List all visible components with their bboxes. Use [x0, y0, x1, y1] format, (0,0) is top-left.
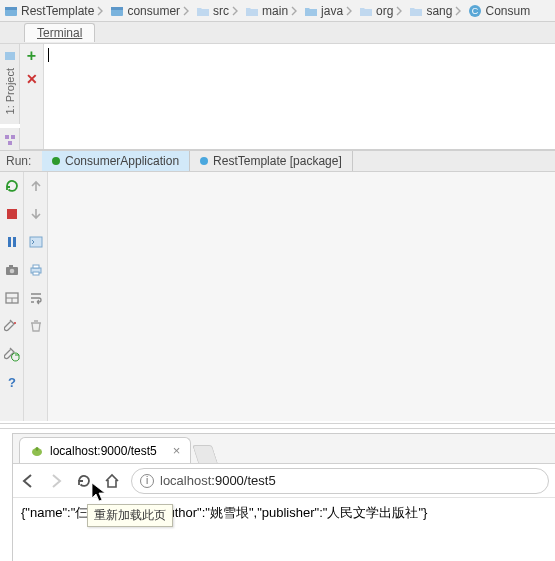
terminal-add-button[interactable]: + — [27, 48, 36, 64]
run-label: Run: — [0, 154, 42, 168]
svg-rect-9 — [8, 141, 12, 145]
module-icon — [110, 4, 124, 18]
crumb-resttemplate[interactable]: RestTemplate — [2, 4, 108, 18]
svg-rect-24 — [33, 272, 39, 275]
chevron-right-icon — [96, 6, 104, 16]
module-icon — [4, 4, 18, 18]
folder-icon — [245, 4, 259, 18]
svg-rect-11 — [8, 237, 11, 247]
folder-icon — [409, 4, 423, 18]
svg-rect-23 — [33, 265, 39, 268]
run-output[interactable] — [48, 172, 555, 421]
chevron-right-icon — [290, 6, 298, 16]
pause-button[interactable] — [4, 234, 20, 250]
folder-icon — [304, 4, 318, 18]
crumb-class[interactable]: C Consum — [466, 4, 532, 18]
site-info-icon[interactable]: i — [140, 474, 154, 488]
svg-rect-7 — [5, 135, 9, 139]
svg-rect-21 — [30, 237, 42, 247]
svg-point-19 — [14, 322, 16, 324]
svg-rect-12 — [13, 237, 16, 247]
restart-run-icon[interactable] — [4, 346, 20, 362]
svg-rect-8 — [11, 135, 15, 139]
svg-rect-15 — [9, 265, 13, 267]
reload-tooltip: 重新加载此页 — [87, 504, 173, 527]
svg-text:?: ? — [8, 375, 16, 390]
folder-icon — [359, 4, 373, 18]
down-arrow-button[interactable] — [28, 206, 44, 222]
project-icon — [4, 50, 16, 62]
terminal-gutter: + ✕ — [20, 44, 44, 149]
run-tab-consumerapplication[interactable]: ConsumerApplication — [42, 151, 190, 171]
browser-tab-title: localhost:9000/test5 — [50, 444, 157, 458]
trash-icon[interactable] — [28, 318, 44, 334]
chevron-right-icon — [395, 6, 403, 16]
crumb-org[interactable]: org — [357, 4, 407, 18]
chevron-right-icon — [454, 6, 462, 16]
run-tab-resttemplate-package[interactable]: RestTemplate [package] — [190, 151, 353, 171]
tab-close-button[interactable]: × — [173, 443, 181, 458]
chevron-right-icon — [231, 6, 239, 16]
address-url: localhost:9000/test5 — [160, 473, 276, 488]
svg-rect-10 — [7, 209, 17, 219]
breadcrumb: RestTemplate consumer src main java org … — [0, 0, 555, 22]
camera-icon[interactable] — [4, 262, 20, 278]
crumb-consumer[interactable]: consumer — [108, 4, 194, 18]
sidebar-tab-project[interactable]: 1: Project — [0, 44, 20, 124]
up-arrow-button[interactable] — [28, 178, 44, 194]
console-icon[interactable] — [28, 234, 44, 250]
help-button[interactable]: ? — [4, 374, 20, 390]
run-header: Run: ConsumerApplication RestTemplate [p… — [0, 150, 555, 172]
chevron-right-icon — [345, 6, 353, 16]
run-status-dot-icon — [52, 157, 60, 165]
terminal-tab-row: Terminal — [0, 22, 555, 44]
home-button[interactable] — [103, 472, 121, 490]
browser-tab-strip: localhost:9000/test5 × — [13, 434, 555, 464]
favicon-icon — [30, 444, 44, 458]
terminal-close-button[interactable]: ✕ — [26, 72, 38, 86]
run-status-dot-icon — [200, 157, 208, 165]
crumb-sang[interactable]: sang — [407, 4, 466, 18]
browser-tab[interactable]: localhost:9000/test5 × — [19, 437, 191, 463]
svg-rect-6 — [5, 52, 15, 60]
terminal-caret — [48, 48, 49, 62]
run-action-column-2 — [24, 172, 48, 421]
new-tab-button[interactable] — [192, 445, 218, 463]
terminal-tab[interactable]: Terminal — [24, 23, 95, 42]
browser-window: localhost:9000/test5 × i localhost:9000/… — [12, 433, 555, 561]
run-panel: ? — [0, 172, 555, 421]
attach-icon[interactable] — [4, 318, 20, 334]
stop-button[interactable] — [4, 206, 20, 222]
wrap-icon[interactable] — [28, 290, 44, 306]
folder-icon — [196, 4, 210, 18]
browser-toolbar: i localhost:9000/test5 重新加载此页 — [13, 464, 555, 498]
class-icon: C — [468, 4, 482, 18]
svg-point-14 — [9, 269, 14, 274]
chevron-right-icon — [182, 6, 190, 16]
svg-rect-1 — [5, 7, 17, 10]
crumb-main[interactable]: main — [243, 4, 302, 18]
back-button[interactable] — [19, 472, 37, 490]
structure-icon — [4, 134, 16, 146]
rerun-button[interactable] — [4, 178, 20, 194]
svg-text:C: C — [472, 6, 479, 16]
reload-button[interactable] — [75, 472, 93, 490]
pane-divider[interactable] — [0, 423, 555, 429]
run-action-column-1: ? — [0, 172, 24, 421]
crumb-java[interactable]: java — [302, 4, 357, 18]
address-bar[interactable]: i localhost:9000/test5 — [131, 468, 549, 494]
terminal-area[interactable] — [44, 44, 555, 149]
forward-button[interactable] — [47, 472, 65, 490]
svg-rect-3 — [111, 7, 123, 10]
layout-icon[interactable] — [4, 290, 20, 306]
print-icon[interactable] — [28, 262, 44, 278]
crumb-src[interactable]: src — [194, 4, 243, 18]
terminal-panel: + ✕ — [20, 44, 555, 150]
